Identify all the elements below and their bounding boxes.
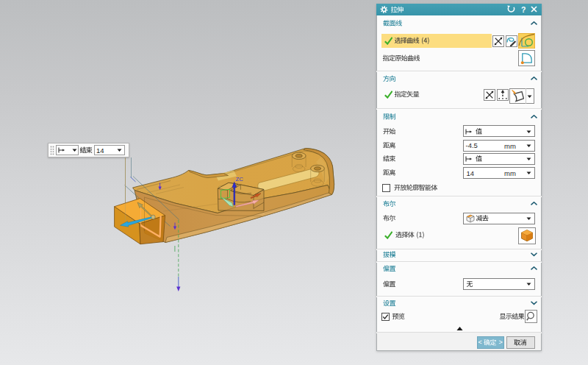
svg-text:ZC: ZC — [236, 176, 244, 182]
